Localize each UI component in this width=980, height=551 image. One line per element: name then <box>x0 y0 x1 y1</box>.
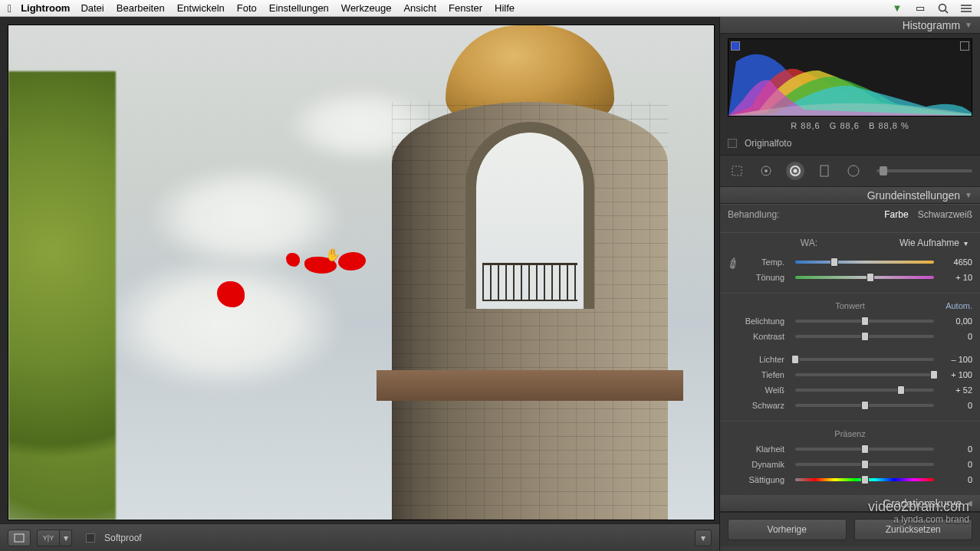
menu-bearbeiten[interactable]: Bearbeiten <box>117 2 165 14</box>
chevron-down-icon: ▼ <box>965 21 972 29</box>
svg-point-12 <box>848 166 859 176</box>
menu-entwickeln[interactable]: Entwickeln <box>177 2 225 14</box>
rgb-readout: R 88,6 G 88,6 B 88,8 % <box>728 116 972 135</box>
display-icon[interactable]: ▭ <box>914 2 926 15</box>
treatment-color[interactable]: Farbe <box>884 209 908 220</box>
before-after-dropdown[interactable]: ▾ <box>60 530 72 546</box>
menu-datei[interactable]: Datei <box>81 2 104 14</box>
svg-point-0 <box>939 4 946 11</box>
menu-fenster[interactable]: Fenster <box>449 2 482 14</box>
shadows-slider[interactable] <box>795 373 934 376</box>
loupe-view-button[interactable] <box>8 530 31 546</box>
vibrance-slider[interactable] <box>795 463 934 466</box>
photo-canvas[interactable]: ✋ <box>8 25 715 520</box>
list-icon[interactable] <box>960 2 972 15</box>
contrast-slider[interactable] <box>795 335 934 338</box>
redeye-tool-icon[interactable] <box>786 162 804 180</box>
canvas-area: ✋ Y|Y ▾ Softproof ▾ <box>0 17 719 551</box>
grad-tool-icon[interactable] <box>815 162 834 180</box>
menu-werkzeuge[interactable]: Werkzeuge <box>341 2 392 14</box>
tint-slider[interactable] <box>795 276 934 279</box>
highlight-clip-icon[interactable] <box>960 41 969 51</box>
treatment-bw[interactable]: Schwarzweiß <box>918 209 972 220</box>
watermark: video2brain.com a lynda.com brand <box>868 500 969 525</box>
treatment-label: Behandlung: <box>728 209 875 220</box>
white-slider[interactable] <box>795 389 934 392</box>
menu-einstellungen[interactable]: Einstellungen <box>269 2 329 14</box>
highlights-slider[interactable] <box>795 358 934 361</box>
hand-cursor-icon: ✋ <box>325 248 340 262</box>
bottom-toolbar: Y|Y ▾ Softproof ▾ <box>0 523 719 551</box>
right-panel: Histogramm▼ R 88,6 G 88,6 B <box>719 17 980 551</box>
black-slider[interactable] <box>795 404 934 407</box>
previous-button[interactable]: Vorherige <box>728 519 847 540</box>
wa-label: WA: <box>728 238 890 248</box>
wa-preset-dropdown[interactable]: Wie Aufnahme <box>895 236 972 250</box>
spot-tool-icon[interactable] <box>757 162 775 180</box>
original-checkbox[interactable] <box>728 139 737 148</box>
softproof-label: Softproof <box>104 533 142 543</box>
svg-rect-6 <box>732 166 742 175</box>
search-icon[interactable] <box>937 2 949 15</box>
before-after-yy-button[interactable]: Y|Y <box>37 530 60 546</box>
saturation-slider[interactable] <box>795 478 934 481</box>
toolbar-options-dropdown[interactable]: ▾ <box>695 530 712 546</box>
crop-tool-icon[interactable] <box>728 162 746 180</box>
app-name[interactable]: Lightroom <box>21 2 70 14</box>
temp-slider[interactable] <box>795 261 934 264</box>
clarity-slider[interactable] <box>795 448 934 451</box>
softproof-checkbox[interactable] <box>86 533 95 543</box>
svg-point-10 <box>794 169 797 173</box>
svg-rect-11 <box>821 166 828 176</box>
sync-icon[interactable]: ▼ <box>891 2 903 15</box>
chevron-down-icon: ▼ <box>965 191 972 199</box>
histogram-header[interactable]: Histogramm▼ <box>720 17 980 34</box>
menubar:  Lightroom Datei Bearbeiten Entwickeln … <box>0 0 980 17</box>
shadow-clip-icon[interactable] <box>731 41 740 51</box>
tool-strip <box>720 155 980 187</box>
mask-amount-slider[interactable] <box>876 169 972 172</box>
histogram[interactable] <box>728 38 972 116</box>
exposure-slider[interactable] <box>795 320 934 323</box>
svg-point-8 <box>765 169 768 172</box>
menu-foto[interactable]: Foto <box>237 2 257 14</box>
auto-tone-button[interactable]: Autom. <box>945 301 972 310</box>
svg-rect-5 <box>15 534 24 542</box>
basic-header[interactable]: Grundeinstellungen▼ <box>720 187 980 204</box>
radial-tool-icon[interactable] <box>844 162 863 180</box>
svg-line-1 <box>945 10 949 13</box>
apple-icon[interactable]:  <box>8 2 12 15</box>
original-label: Originalfoto <box>745 138 791 149</box>
menu-hilfe[interactable]: Hilfe <box>495 2 515 14</box>
menu-ansicht[interactable]: Ansicht <box>403 2 436 14</box>
